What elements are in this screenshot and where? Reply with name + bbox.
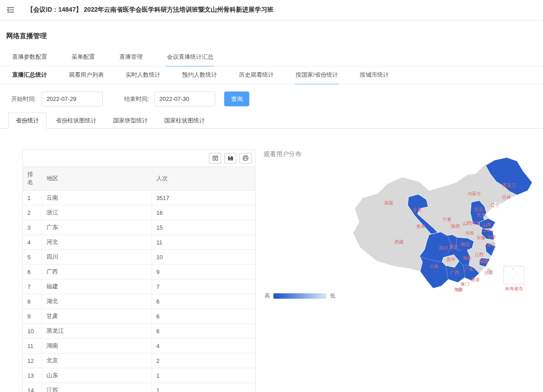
count-cell: 7 xyxy=(152,279,255,294)
rank-cell: 14 xyxy=(23,383,42,392)
province-label: 天津 xyxy=(477,213,486,218)
region-cell: 黑龙江 xyxy=(42,324,152,339)
main-content: 排名 地区 人次 1云南35172浙江163广东154河北115四川106广西9… xyxy=(0,149,543,392)
province-label: 内蒙古 xyxy=(468,192,481,196)
tab-by-city[interactable]: 按城市统计 xyxy=(359,66,390,84)
count-cell: 4 xyxy=(152,339,255,353)
province-label: 黑龙江 xyxy=(503,183,516,187)
viewer-distribution-panel: 观看用户分布 xyxy=(264,149,543,392)
save-image-icon xyxy=(227,155,234,161)
province-label: 西藏 xyxy=(395,240,404,244)
province-label: 澳门 xyxy=(460,282,469,287)
tab-realtime-count[interactable]: 实时人数统计 xyxy=(125,66,161,84)
rank-cell: 9 xyxy=(23,309,42,324)
region-cell: 北京 xyxy=(42,353,152,368)
region-cell: 四川 xyxy=(42,250,152,265)
view-tabs: 省份统计 省份柱状图统计 国家饼型统计 国家柱状图统计 xyxy=(0,113,543,129)
table-row: 8湖北6 xyxy=(23,294,255,309)
province-label: 湖南 xyxy=(462,256,471,261)
page-title: 网络直播管理 xyxy=(6,32,543,40)
rank-cell: 11 xyxy=(23,339,42,353)
heat-legend: 高 低 xyxy=(265,292,335,300)
province-label: 福建 xyxy=(479,259,488,264)
column-visibility-icon xyxy=(212,155,218,161)
province-label: 湖北 xyxy=(460,242,469,247)
region-cell: 山东 xyxy=(42,368,152,383)
map-canvas[interactable]: 南海诸岛 新疆甘肃青海西藏内蒙古黑龙江吉林辽宁北京天津宁夏陕西山西河北山东河南安… xyxy=(352,156,540,305)
province-label: 甘肃 xyxy=(413,208,421,212)
table-row: 5四川10 xyxy=(23,250,255,265)
end-time-label: 结束时间: xyxy=(124,95,149,103)
table-row: 7福建7 xyxy=(23,279,255,294)
tab-country-bar-chart[interactable]: 国家柱状图统计 xyxy=(157,113,212,128)
tab-province-stats[interactable]: 省份统计 xyxy=(8,113,47,129)
table-row: 2浙江16 xyxy=(23,205,255,220)
rank-cell: 13 xyxy=(23,368,42,383)
start-time-input[interactable] xyxy=(42,91,103,106)
tab-viewer-list[interactable]: 观看用户列表 xyxy=(68,66,104,84)
print-button[interactable] xyxy=(239,153,252,164)
province-label: 广西 xyxy=(450,270,459,275)
fold-menu-icon[interactable] xyxy=(4,4,16,16)
south-china-sea-inset xyxy=(504,266,524,285)
column-visibility-button[interactable] xyxy=(209,153,221,164)
province-label: 安徽 xyxy=(477,235,486,240)
count-cell: 10 xyxy=(152,250,255,265)
region-cell: 浙江 xyxy=(42,205,152,220)
province-label: 辽宁 xyxy=(491,203,500,208)
search-button[interactable]: 查询 xyxy=(224,91,249,106)
province-label: 河北 xyxy=(471,221,480,226)
region-cell: 湖南 xyxy=(42,339,152,353)
province-label: 重庆 xyxy=(449,245,458,249)
rank-cell: 2 xyxy=(23,205,42,220)
stat-tabs: 直播汇总统计 观看用户列表 实时人数统计 预约人数统计 历史观看统计 按国家/省… xyxy=(0,66,543,84)
tab-menu-config[interactable]: 菜单配置 xyxy=(70,48,96,66)
region-cell: 河北 xyxy=(42,235,152,250)
province-label: 台湾 xyxy=(484,270,493,275)
count-cell: 6 xyxy=(152,309,255,324)
print-icon xyxy=(242,155,249,161)
region-cell: 云南 xyxy=(42,191,152,205)
count-cell: 15 xyxy=(152,220,255,235)
legend-gradient-bar xyxy=(274,293,326,299)
rank-cell: 3 xyxy=(23,220,42,235)
tab-live-stats-summary[interactable]: 会议直播统计汇总 xyxy=(166,48,214,66)
province-label: 广东 xyxy=(464,267,473,272)
rank-cell: 10 xyxy=(23,324,42,339)
tab-live-manage[interactable]: 直播管理 xyxy=(118,48,143,66)
table-row: 9甘肃6 xyxy=(23,309,255,324)
table-row: 13山东1 xyxy=(23,368,255,383)
count-cell: 2 xyxy=(152,353,255,368)
table-row: 4河北11 xyxy=(23,235,255,250)
rank-cell: 8 xyxy=(23,294,42,309)
province-label: 香港 xyxy=(471,278,480,282)
province-label: 陕西 xyxy=(451,224,460,229)
topbar-strip xyxy=(0,20,543,22)
tab-summary-stats[interactable]: 直播汇总统计 xyxy=(11,66,48,84)
tab-by-country-province[interactable]: 按国家/省份统计 xyxy=(295,66,339,84)
rank-cell: 5 xyxy=(23,250,42,265)
end-time-input[interactable] xyxy=(154,91,215,106)
legend-high-label: 高 xyxy=(265,292,270,300)
tab-history-views[interactable]: 历史观看统计 xyxy=(238,66,275,84)
tab-live-params[interactable]: 直播参数配置 xyxy=(11,48,48,66)
province-label: 云南 xyxy=(430,264,439,269)
count-cell: 3517 xyxy=(152,191,255,205)
table-row: 6广西9 xyxy=(23,265,255,279)
save-image-button[interactable] xyxy=(224,153,236,164)
rank-cell: 1 xyxy=(23,191,42,205)
rank-cell: 4 xyxy=(23,235,42,250)
start-time-label: 开始时间: xyxy=(11,95,36,103)
rank-cell: 7 xyxy=(23,279,42,294)
region-cell: 福建 xyxy=(42,279,152,294)
tab-reservation-count[interactable]: 预约人数统计 xyxy=(181,66,218,84)
count-cell: 11 xyxy=(152,235,255,250)
region-cell: 湖北 xyxy=(42,294,152,309)
tab-country-pie-chart[interactable]: 国家饼型统计 xyxy=(106,113,155,128)
legend-low-label: 低 xyxy=(330,292,335,300)
module-tabs: 直播参数配置 菜单配置 直播管理 会议直播统计汇总 xyxy=(0,48,543,66)
tab-province-bar-chart[interactable]: 省份柱状图统计 xyxy=(48,113,104,128)
table-header-row: 排名 地区 人次 xyxy=(23,167,255,191)
region-cell: 广东 xyxy=(42,220,152,235)
table-toolbar xyxy=(23,150,255,166)
